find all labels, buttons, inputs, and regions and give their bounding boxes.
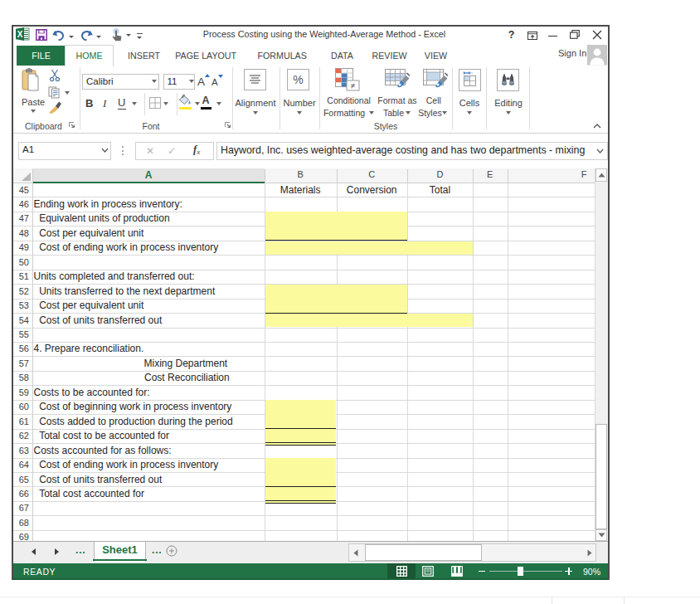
svg-text:X: X xyxy=(17,30,23,39)
svg-text:≠: ≠ xyxy=(351,81,356,90)
